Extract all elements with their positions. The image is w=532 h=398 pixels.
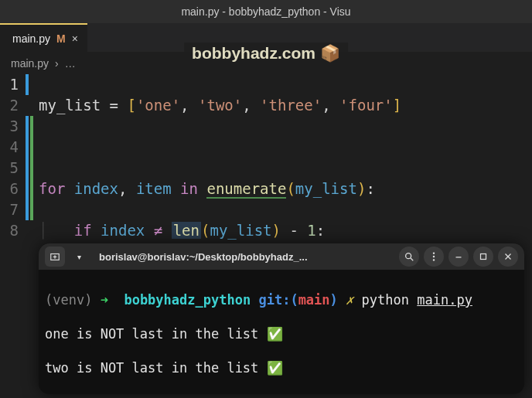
tab-filename: main.py: [12, 32, 50, 45]
code-token: 1: [307, 222, 315, 239]
banner-text: bobbyhadz.com: [192, 44, 315, 63]
code-token: ]: [393, 97, 401, 114]
code-token: :: [316, 222, 325, 239]
code-token: ≠: [154, 222, 162, 239]
git-gutter: [23, 74, 39, 398]
code-token: len: [172, 222, 201, 239]
line-number: 4: [0, 137, 19, 158]
window-titlebar: main.py - bobbyhadz_python - Visu: [0, 0, 532, 23]
code-token: (: [286, 180, 295, 197]
new-tab-icon[interactable]: [45, 247, 65, 267]
code-token: index: [101, 222, 145, 239]
code-token: (: [201, 222, 210, 239]
svg-point-6: [433, 256, 435, 257]
site-banner: bobbyhadz.com 📦: [184, 43, 348, 64]
line-number: 7: [0, 199, 19, 220]
code-token: item: [136, 180, 172, 197]
code-token: in: [180, 180, 198, 197]
close-icon[interactable]: ×: [72, 32, 78, 45]
cube-icon: 📦: [320, 44, 340, 63]
svg-rect-9: [481, 254, 486, 260]
close-icon[interactable]: [498, 247, 518, 267]
terminal-header: ▾ borislav@borislav:~/Desktop/bobbyhadz_…: [39, 243, 524, 270]
line-number: 5: [0, 158, 19, 179]
line-number: 1: [0, 74, 19, 95]
code-token: ,: [180, 97, 189, 114]
terminal-line: three is NOT last in the list ✅: [45, 393, 518, 394]
code-token: my_list: [295, 180, 357, 197]
code-token: ,: [322, 97, 330, 114]
terminal-window: ▾ borislav@borislav:~/Desktop/bobbyhadz_…: [39, 243, 524, 394]
minimize-icon[interactable]: [448, 247, 469, 267]
code-token: for: [39, 180, 65, 197]
window-title: main.py - bobbyhadz_python - Visu: [181, 5, 350, 18]
code-token: :: [366, 180, 374, 197]
chevron-down-icon[interactable]: ▾: [70, 247, 88, 266]
code-token: 'one': [136, 97, 180, 114]
code-token: -: [289, 222, 298, 239]
maximize-icon[interactable]: [473, 247, 493, 267]
code-token: ): [272, 222, 281, 239]
terminal-body[interactable]: (venv) ➜ bobbyhadz_python git:(main) ✗ p…: [39, 270, 524, 394]
svg-point-3: [406, 253, 411, 259]
terminal-title: borislav@borislav:~/Desktop/bobbyhadz_..…: [93, 251, 394, 263]
code-token: my_list: [39, 97, 101, 114]
line-number: 6: [0, 179, 19, 199]
menu-icon[interactable]: [424, 247, 444, 267]
code-token: 'four': [339, 97, 393, 114]
terminal-line: two is NOT last in the list ✅: [45, 359, 518, 376]
code-token: =: [110, 97, 118, 114]
svg-point-7: [433, 259, 435, 260]
terminal-line: (venv) ➜ bobbyhadz_python git:(main) ✗ p…: [45, 291, 518, 308]
line-number-gutter: 1 2 3 4 5 6 7 8: [0, 74, 23, 398]
svg-line-4: [411, 258, 414, 261]
svg-point-5: [433, 252, 435, 253]
code-token: [: [127, 97, 135, 114]
code-token: ): [357, 180, 366, 197]
breadcrumb-more[interactable]: …: [65, 57, 76, 70]
search-icon[interactable]: [399, 247, 419, 267]
line-number: 2: [0, 95, 19, 116]
code-token: 'two': [198, 97, 242, 114]
tab-modified-marker: M: [56, 32, 66, 45]
code-token: index: [74, 180, 118, 197]
terminal-line: one is NOT last in the list ✅: [45, 325, 518, 342]
breadcrumb-file[interactable]: main.py: [11, 57, 49, 70]
code-token: ,: [242, 97, 251, 114]
code-token: my_list: [210, 222, 271, 239]
chevron-right-icon: ›: [55, 57, 59, 70]
tab-main-py[interactable]: main.py M ×: [0, 23, 87, 53]
line-number: 3: [0, 116, 19, 137]
code-token: ,: [118, 180, 127, 197]
code-token: 'three': [260, 97, 322, 114]
line-number: 8: [0, 220, 19, 241]
code-token: if: [74, 222, 92, 239]
code-token: enumerate: [206, 180, 286, 199]
